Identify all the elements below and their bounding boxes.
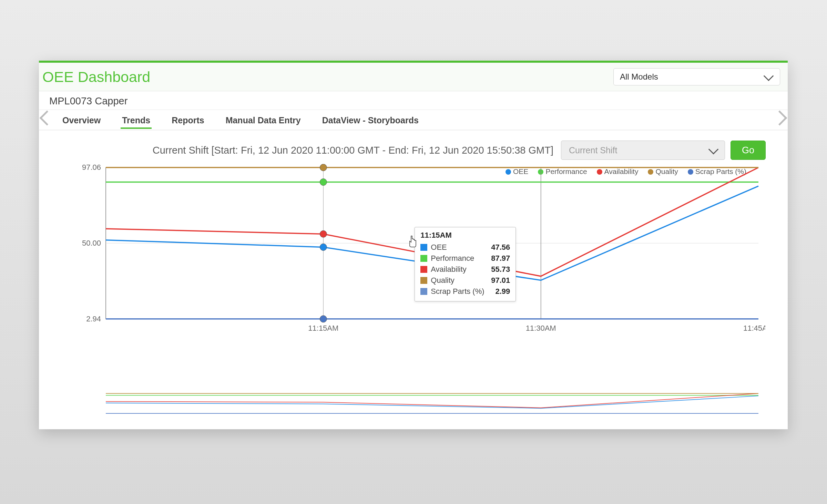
tab-reports[interactable]: Reports bbox=[170, 111, 205, 129]
svg-text:50.00: 50.00 bbox=[82, 239, 101, 247]
svg-text:97.06: 97.06 bbox=[82, 164, 101, 172]
svg-point-14 bbox=[320, 164, 327, 171]
svg-text:2.94: 2.94 bbox=[86, 315, 101, 323]
tab-scroll-left-icon[interactable] bbox=[40, 111, 55, 126]
model-select-value: All Models bbox=[620, 72, 658, 82]
header: OEE Dashboard All Models bbox=[39, 63, 788, 91]
svg-text:11:15AM: 11:15AM bbox=[308, 324, 338, 332]
app-frame: OEE Dashboard All Models MPL0073 Capper … bbox=[39, 61, 788, 429]
chevron-down-icon bbox=[708, 144, 719, 154]
trend-chart[interactable]: 97.0650.002.9411:15AM11:30AM11:45AM bbox=[61, 164, 765, 343]
svg-text:11:45AM: 11:45AM bbox=[743, 324, 765, 332]
shift-row: Current Shift [Start: Fri, 12 Jun 2020 1… bbox=[39, 130, 788, 163]
chart-container[interactable]: 97.0650.002.9411:15AM11:30AM11:45AM 11:1… bbox=[61, 164, 765, 360]
shift-select-placeholder: Current Shift bbox=[569, 145, 617, 155]
svg-point-15 bbox=[320, 316, 327, 322]
tab-manual-data-entry[interactable]: Manual Data Entry bbox=[224, 111, 302, 129]
tab-dataview-storyboards[interactable]: DataView - Storyboards bbox=[321, 111, 420, 129]
chart-overview-strip[interactable] bbox=[61, 391, 765, 415]
svg-point-12 bbox=[320, 178, 327, 185]
shift-select[interactable]: Current Shift bbox=[561, 141, 725, 160]
shift-label: Current Shift [Start: Fri, 12 Jun 2020 1… bbox=[153, 145, 553, 156]
tab-scroll-right-icon[interactable] bbox=[772, 111, 787, 126]
machine-subheader: MPL0073 Capper bbox=[39, 91, 788, 110]
svg-point-13 bbox=[320, 230, 327, 237]
page-title: OEE Dashboard bbox=[42, 69, 150, 85]
tab-bar: OverviewTrendsReportsManual Data EntryDa… bbox=[39, 110, 788, 130]
model-select[interactable]: All Models bbox=[613, 68, 780, 85]
svg-point-11 bbox=[320, 244, 327, 250]
chart-tooltip: 11:15AMOEE47.56Performance87.97Availabil… bbox=[415, 227, 516, 301]
svg-text:11:30AM: 11:30AM bbox=[526, 324, 556, 332]
tab-trends[interactable]: Trends bbox=[121, 111, 152, 129]
tab-overview[interactable]: Overview bbox=[61, 111, 102, 129]
go-button[interactable]: Go bbox=[731, 141, 766, 160]
chevron-down-icon bbox=[764, 71, 774, 81]
